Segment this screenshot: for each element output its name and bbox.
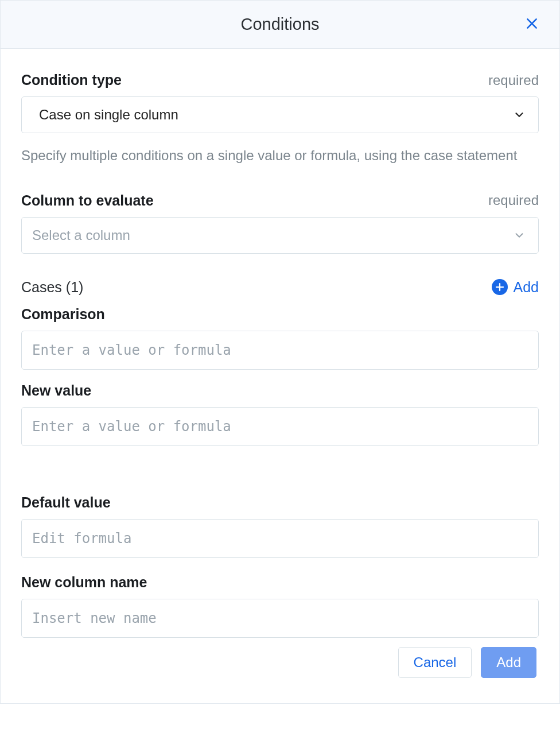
cancel-button[interactable]: Cancel (398, 647, 472, 678)
new-value-label: New value (21, 382, 539, 399)
dialog-header: Conditions (1, 1, 559, 49)
comparison-input[interactable] (21, 331, 539, 370)
dialog-title: Conditions (240, 15, 319, 34)
condition-type-field: Condition type required Case on single c… (21, 72, 539, 166)
new-value-field: New value (21, 382, 539, 446)
column-to-evaluate-label: Column to evaluate (21, 192, 154, 209)
default-value-input[interactable] (21, 519, 539, 558)
new-column-field: New column name (21, 574, 539, 638)
chevron-down-icon (513, 229, 526, 242)
default-value-field: Default value (21, 494, 539, 558)
plus-circle-icon (492, 279, 508, 295)
add-case-button[interactable]: Add (492, 279, 539, 296)
spacer (21, 446, 539, 494)
close-button[interactable] (520, 13, 543, 36)
condition-type-label: Condition type (21, 72, 122, 88)
condition-type-select[interactable]: Case on single column (21, 96, 539, 133)
new-column-input[interactable] (21, 599, 539, 638)
dialog-footer: Cancel Add (21, 638, 539, 689)
required-tag: required (488, 192, 539, 208)
new-column-label: New column name (21, 574, 539, 591)
condition-type-value: Case on single column (39, 107, 178, 123)
new-value-input[interactable] (21, 407, 539, 446)
field-label-row: Column to evaluate required (21, 192, 539, 209)
column-to-evaluate-field: Column to evaluate required Select a col… (21, 192, 539, 254)
conditions-dialog: Conditions Condition type required Case … (0, 0, 560, 704)
close-icon (524, 16, 539, 33)
condition-type-help: Specify multiple conditions on a single … (21, 146, 539, 166)
add-case-label: Add (514, 279, 539, 296)
field-label-row: Condition type required (21, 72, 539, 88)
comparison-field: Comparison (21, 306, 539, 370)
comparison-label: Comparison (21, 306, 539, 323)
column-to-evaluate-placeholder: Select a column (32, 227, 130, 243)
column-to-evaluate-select[interactable]: Select a column (21, 217, 539, 254)
add-button[interactable]: Add (481, 647, 536, 678)
cases-header: Cases (1) Add (21, 279, 539, 296)
chevron-down-icon (513, 108, 526, 121)
default-value-label: Default value (21, 494, 539, 511)
dialog-body: Condition type required Case on single c… (1, 49, 559, 703)
required-tag: required (488, 72, 539, 88)
cases-title: Cases (1) (21, 279, 83, 296)
